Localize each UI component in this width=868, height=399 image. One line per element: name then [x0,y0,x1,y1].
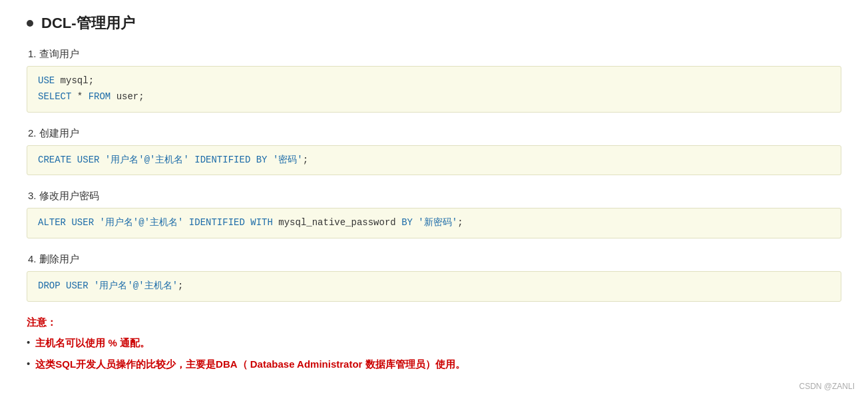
sections-container: 1. 查询用户USE mysql;SELECT * FROM user;2. 创… [27,48,841,302]
notice-title: 注意： [27,316,841,329]
code-kw: USE [38,75,55,86]
code-plain: ; [303,155,308,165]
code-kw: FROM [89,91,111,102]
notice-text: 这类SQL开发人员操作的比较少，主要是DBA（ Database Adminis… [35,357,465,372]
code-kw: BY [401,217,413,228]
code-plain [250,155,256,165]
notice-section: 注意： •主机名可以使用 % 通配。•这类SQL开发人员操作的比较少，主要是DB… [27,316,841,372]
code-str: '新密码' [418,217,457,228]
section-query-user: 1. 查询用户USE mysql;SELECT * FROM user; [27,48,841,113]
notice-items-container: •主机名可以使用 % 通配。•这类SQL开发人员操作的比较少，主要是DBA（ D… [27,336,841,372]
code-kw: ALTER [38,217,66,228]
code-plain: user; [110,91,144,102]
code-kw: USER [77,155,100,165]
notice-bullet: • [27,336,30,348]
code-plain: * [71,91,88,102]
section-label-create-user: 2. 创建用户 [28,127,841,140]
page-title: DCL-管理用户 [41,13,135,33]
section-label-drop-user: 4. 删除用户 [28,253,841,266]
notice-item: •主机名可以使用 % 通配。 [27,336,841,351]
code-plain [71,155,77,165]
section-label-alter-user: 3. 修改用户密码 [28,190,841,202]
csdn-watermark: CSDN @ZANLI [799,382,855,391]
code-kw: USER [71,217,94,228]
code-block-alter-user: ALTER USER '用户名'@'主机名' IDENTIFIED WITH m… [27,208,841,238]
code-plain [89,280,94,291]
code-kw: IDENTIFIED [194,155,250,165]
code-line: ALTER USER '用户名'@'主机名' IDENTIFIED WITH m… [38,215,830,231]
code-plain: mysql; [55,75,94,86]
code-plain: ; [178,280,183,291]
code-line: SELECT * FROM user; [38,89,830,105]
code-kw: BY [256,155,268,165]
code-kw: CREATE [38,155,71,165]
code-plain: ; [457,217,463,228]
code-plain [183,217,188,228]
code-plain: mysql_native_password [273,217,401,228]
code-line: CREATE USER '用户名'@'主机名' IDENTIFIED BY '密… [38,153,830,169]
code-block-drop-user: DROP USER '用户名'@'主机名'; [27,271,841,302]
notice-text: 主机名可以使用 % 通配。 [35,336,150,351]
code-plain [99,155,105,165]
code-block-query-user: USE mysql;SELECT * FROM user; [27,66,841,113]
code-line: DROP USER '用户名'@'主机名'; [38,278,830,294]
section-drop-user: 4. 删除用户DROP USER '用户名'@'主机名'; [27,253,841,302]
code-kw: SELECT [38,91,71,102]
code-plain [61,280,66,291]
code-str: '用户名'@'主机名' [99,217,183,228]
code-str: '用户名'@'主机名' [105,155,189,165]
notice-bullet: • [27,358,30,369]
page-container: DCL-管理用户 1. 查询用户USE mysql;SELECT * FROM … [27,13,841,372]
title-bullet [27,20,33,27]
code-kw: WITH [250,217,273,228]
section-create-user: 2. 创建用户CREATE USER '用户名'@'主机名' IDENTIFIE… [27,127,841,176]
main-title: DCL-管理用户 [27,13,841,33]
code-block-create-user: CREATE USER '用户名'@'主机名' IDENTIFIED BY '密… [27,145,841,176]
code-line: USE mysql; [38,73,830,89]
code-plain [268,155,273,165]
code-kw: DROP [38,280,61,291]
section-alter-user: 3. 修改用户密码ALTER USER '用户名'@'主机名' IDENTIFI… [27,190,841,238]
code-kw: IDENTIFIED [189,217,245,228]
code-str: '密码' [273,155,303,165]
code-str: '用户名'@'主机名' [94,280,178,291]
code-kw: USER [66,280,89,291]
section-label-query-user: 1. 查询用户 [28,48,841,61]
notice-item: •这类SQL开发人员操作的比较少，主要是DBA（ Database Admini… [27,357,841,372]
code-plain [189,155,194,165]
